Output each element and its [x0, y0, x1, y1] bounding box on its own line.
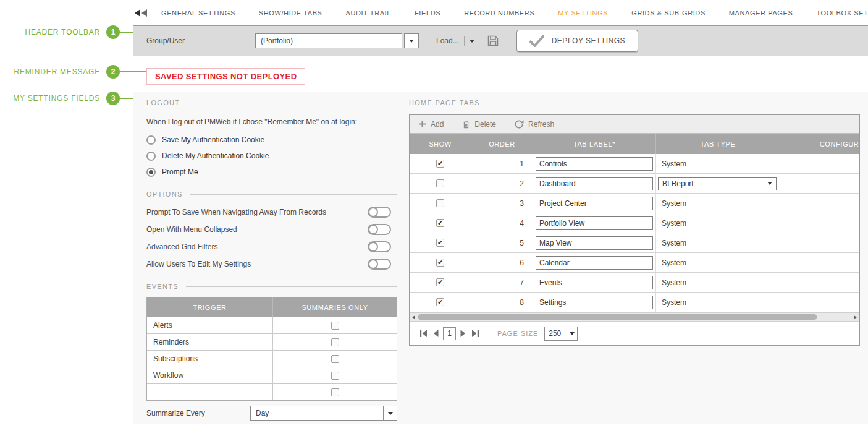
tab-label-input[interactable]	[536, 157, 653, 171]
tab-my-settings[interactable]: MY SETTINGS	[546, 9, 620, 17]
show-cell	[410, 174, 471, 193]
tab-label-input[interactable]	[536, 296, 653, 309]
tab-label-input[interactable]	[536, 197, 653, 210]
load-button[interactable]: Load...	[436, 36, 474, 46]
tab-label-input[interactable]	[536, 276, 653, 289]
last-page-button[interactable]	[468, 330, 481, 337]
tab-type-select[interactable]: BI Report	[658, 177, 777, 190]
summaries-only-checkbox[interactable]	[331, 338, 339, 346]
show-cell	[410, 293, 471, 312]
toggle-knob	[368, 259, 378, 269]
tab-fields[interactable]: FIELDS	[403, 9, 452, 17]
deploy-settings-label: DEPLOY SETTINGS	[552, 36, 625, 45]
home-tab-row-portfolio-view: 4System	[410, 213, 860, 233]
configure-cell	[780, 194, 860, 213]
next-page-button[interactable]	[458, 330, 468, 337]
show-checkbox[interactable]	[436, 179, 444, 187]
grid-column-header-configure[interactable]: CONFIGURE	[780, 134, 860, 154]
radio-option-save-my-authentication-cookie[interactable]: Save My Authentication Cookie	[146, 132, 397, 148]
group-user-dropdown-button[interactable]	[404, 33, 419, 48]
checkmark-icon	[529, 35, 544, 47]
tab-type-cell: System	[656, 154, 780, 173]
summaries-only-checkbox[interactable]	[331, 388, 339, 396]
toggle-switch[interactable]	[368, 207, 391, 218]
toggle-switch[interactable]	[368, 224, 391, 235]
tab-label-input[interactable]	[536, 177, 653, 190]
summaries-only-checkbox[interactable]	[331, 355, 339, 363]
order-cell: 8	[471, 293, 533, 312]
tab-show-hide-tabs[interactable]: SHOW/HIDE TABS	[247, 9, 334, 17]
radio-dot	[149, 170, 153, 174]
option-label: Open With Menu Collapsed	[146, 225, 237, 234]
toggle-switch[interactable]	[368, 259, 391, 270]
show-checkbox[interactable]	[436, 298, 444, 306]
pagination-bar: 1 PAGE SIZE 250	[410, 322, 859, 345]
previous-page-button[interactable]	[431, 330, 441, 337]
tab-grids-sub-grids[interactable]: GRIDS & SUB-GRIDS	[620, 9, 717, 17]
deploy-settings-button[interactable]: DEPLOY SETTINGS	[516, 30, 638, 52]
tab-label-input[interactable]	[536, 236, 653, 250]
annotation-label: REMINDER MESSAGE	[14, 67, 101, 76]
event-trigger-cell: Reminders	[147, 334, 273, 350]
show-checkbox[interactable]	[436, 219, 444, 227]
configure-cell	[780, 253, 860, 272]
radio-button[interactable]	[146, 152, 156, 161]
grid-column-header-show[interactable]: SHOW	[410, 134, 471, 154]
group-user-select[interactable]: (Portfolio)	[255, 33, 402, 48]
horizontal-scrollbar[interactable]	[410, 312, 859, 322]
tab-type-cell: System	[656, 293, 780, 312]
delete-button[interactable]: Delete	[462, 120, 496, 129]
scroll-right-arrow-icon[interactable]	[854, 315, 857, 319]
show-checkbox[interactable]	[436, 239, 444, 247]
events-table-row: Alerts	[147, 317, 397, 333]
annotation-number-badge: 2	[106, 65, 120, 79]
dropdown-button[interactable]	[567, 327, 577, 340]
save-settings-button[interactable]	[486, 33, 500, 48]
radio-label: Delete My Authentication Cookie	[162, 152, 269, 160]
radio-option-prompt-me[interactable]: Prompt Me	[146, 164, 397, 180]
toggle-switch[interactable]	[368, 241, 391, 252]
tab-type-cell: System	[656, 273, 780, 292]
show-checkbox[interactable]	[436, 259, 444, 267]
summaries-only-checkbox[interactable]	[331, 322, 339, 330]
dropdown-button[interactable]	[383, 406, 397, 420]
refresh-button[interactable]: Refresh	[515, 120, 554, 129]
summarize-every-value: Day	[251, 409, 383, 417]
show-cell	[410, 154, 471, 173]
tab-strip: GENERAL SETTINGSSHOW/HIDE TABSAUDIT TRAI…	[150, 9, 868, 17]
first-page-button[interactable]	[418, 330, 431, 337]
show-checkbox[interactable]	[436, 199, 444, 207]
home-tab-row-controls: 1System	[410, 154, 860, 174]
add-button[interactable]: Add	[418, 120, 444, 129]
show-checkbox[interactable]	[436, 160, 444, 168]
grid-column-header-tab-type[interactable]: TAB TYPE	[656, 134, 780, 154]
show-checkbox[interactable]	[436, 278, 444, 286]
divider	[487, 103, 860, 103]
tab-manager-pages[interactable]: MANAGER PAGES	[717, 9, 805, 17]
page-size-select[interactable]: 250	[544, 327, 578, 341]
summaries-only-checkbox[interactable]	[331, 372, 339, 380]
option-row-open-with-menu-collapsed: Open With Menu Collapsed	[146, 221, 397, 238]
radio-button[interactable]	[146, 135, 156, 145]
grid-column-header-tab-label[interactable]: TAB LABEL*	[533, 134, 656, 154]
tab-label-input[interactable]	[536, 256, 653, 270]
scroll-left-arrow-icon[interactable]	[412, 315, 415, 319]
grid-column-header-order[interactable]: ORDER	[471, 134, 533, 154]
chevron-down-icon	[570, 332, 575, 335]
radio-button[interactable]	[146, 168, 156, 177]
summarize-every-select[interactable]: Day	[250, 406, 397, 421]
current-page-input[interactable]: 1	[443, 327, 456, 340]
tabs-scroll-left-icon[interactable]	[135, 9, 147, 17]
page-size-label: PAGE SIZE	[497, 330, 538, 337]
tab-general-settings[interactable]: GENERAL SETTINGS	[150, 9, 247, 17]
tab-label-input[interactable]	[536, 216, 653, 230]
configure-cell	[780, 233, 860, 252]
annotation-label: MY SETTINGS FIELDS	[13, 94, 100, 103]
tab-record-numbers[interactable]: RECORD NUMBERS	[452, 9, 546, 17]
option-label: Prompt To Save When Navigating Away From…	[146, 208, 326, 216]
scrollbar-thumb[interactable]	[418, 314, 817, 320]
tab-audit-trail[interactable]: AUDIT TRAIL	[334, 9, 403, 17]
radio-option-delete-my-authentication-cookie[interactable]: Delete My Authentication Cookie	[146, 148, 397, 164]
tab-toolbox-settings[interactable]: TOOLBOX SETTINGS	[804, 9, 868, 17]
grid-body: 1System2BI Report3System4System5System6S…	[410, 154, 859, 312]
